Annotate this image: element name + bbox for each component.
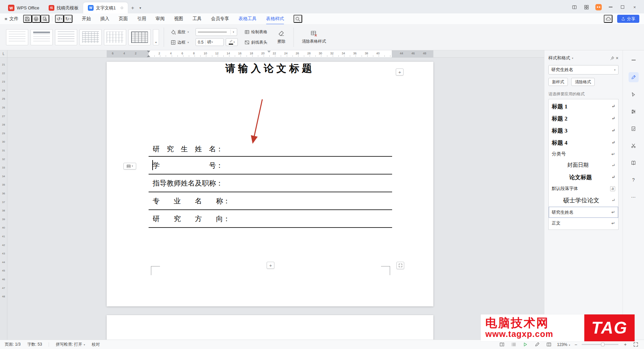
close-panel-icon[interactable]: × xyxy=(616,55,619,61)
tab-stop-selector[interactable]: L xyxy=(0,50,7,58)
cloud-sync-icon[interactable] xyxy=(604,15,612,23)
zoom-in-button[interactable]: ＋ xyxy=(623,342,628,348)
select-arrow-icon[interactable] xyxy=(629,89,639,99)
menu-page[interactable]: 页面 xyxy=(115,14,132,23)
wps-home-tab[interactable]: W WPS Office xyxy=(3,2,44,13)
clear-format-button[interactable]: 清除格式 xyxy=(571,78,595,86)
table-column-marker[interactable] xyxy=(267,51,271,54)
chevron-down-icon[interactable]: ▾ xyxy=(572,57,573,60)
table-row-handle[interactable]: ▾ xyxy=(123,163,136,169)
style-item-cover-date[interactable]: 封面日期↵ xyxy=(549,159,618,171)
draw-table-button[interactable]: 绘制表格 xyxy=(243,28,269,36)
menu-table-tools[interactable]: 表格工具 xyxy=(234,14,261,23)
split-view-icon[interactable] xyxy=(568,2,580,12)
new-style-button[interactable]: 新样式 xyxy=(548,78,568,86)
style-item-heading2[interactable]: 标题 2↵ xyxy=(549,112,618,124)
proofread-button[interactable]: 校对 xyxy=(92,342,100,347)
style-item-heading3[interactable]: 标题 3↵ xyxy=(549,124,618,137)
border-button[interactable]: 边框▾ xyxy=(169,38,191,46)
settings-sliders-icon[interactable] xyxy=(629,106,639,116)
insert-widget-bottom-button[interactable]: ＋ xyxy=(267,262,274,269)
form-row-research-direction[interactable]: 研 究 方 向： xyxy=(149,210,392,228)
read-aloud-icon[interactable] xyxy=(522,341,529,348)
menu-insert[interactable]: 插入 xyxy=(96,14,113,23)
current-style-dropdown[interactable]: 研究生姓名 ▾ xyxy=(548,65,619,74)
document-page-2[interactable] xyxy=(107,315,433,340)
table-style-preset-6[interactable] xyxy=(128,29,151,45)
table-style-preset-1[interactable] xyxy=(6,29,28,45)
form-row-student-id[interactable]: 学 号： xyxy=(149,157,392,174)
scissors-icon[interactable] xyxy=(629,141,639,151)
close-button[interactable]: × xyxy=(629,2,641,12)
zoom-level-dropdown[interactable]: 123% ▾ xyxy=(557,342,570,347)
columns-view-icon[interactable] xyxy=(545,341,553,348)
document-page-1[interactable]: 请输入论文标题 ＋ ▾ 研 究 生 姓 名： xyxy=(107,62,433,306)
document-check-icon[interactable] xyxy=(629,123,639,134)
insert-widget-top-button[interactable]: ＋ xyxy=(396,68,404,76)
tab-template-doc[interactable]: 稿 找稿壳模板 xyxy=(44,2,83,13)
line-weight-dropdown[interactable]: 0.5 磅 ▾ xyxy=(196,38,224,46)
page-indicator[interactable]: 页面: 1/3 xyxy=(5,342,20,347)
h-ruler[interactable]: 6422468101214161820222426283032343638404… xyxy=(7,50,544,58)
gallery-more-button[interactable]: ▾ xyxy=(153,29,159,45)
outline-view-icon[interactable] xyxy=(510,341,518,348)
document-title[interactable]: 请输入论文标题 xyxy=(107,62,433,76)
search-icon[interactable] xyxy=(293,15,302,23)
format-brush-icon[interactable] xyxy=(629,72,639,82)
table-style-preset-4[interactable] xyxy=(79,29,102,45)
style-item-thesis-title[interactable]: 论文标题↵ xyxy=(549,171,618,183)
left-indent-marker[interactable] xyxy=(147,53,150,57)
zoom-out-button[interactable]: − xyxy=(575,342,577,347)
page-view-icon[interactable] xyxy=(498,341,506,348)
help-icon[interactable]: ? xyxy=(629,175,639,185)
table-style-preset-2[interactable] xyxy=(31,29,53,45)
fullscreen-icon[interactable] xyxy=(632,341,639,348)
tab-status-dot[interactable] xyxy=(121,7,123,9)
style-item-master-thesis[interactable]: 硕士学位论文↵ xyxy=(549,194,618,207)
menu-tools[interactable]: 工具 xyxy=(189,14,206,23)
redo-button[interactable]: ↻▾ xyxy=(64,15,72,23)
v-ruler[interactable]: 2122232425262728293031323334353637383940… xyxy=(0,58,7,340)
collapse-panel-icon[interactable] xyxy=(629,55,639,65)
print-preview-button[interactable] xyxy=(41,15,49,23)
style-item-classification[interactable]: 分类号↵ xyxy=(549,149,618,159)
menu-table-style[interactable]: 表格样式 xyxy=(262,14,288,23)
zoom-slider[interactable] xyxy=(582,344,619,345)
menu-member[interactable]: 会员专享 xyxy=(207,14,233,23)
menu-review[interactable]: 审阅 xyxy=(152,14,169,23)
diagonal-header-button[interactable]: 斜线表头 xyxy=(243,38,269,46)
edit-mode-icon[interactable] xyxy=(534,341,541,348)
file-menu-button[interactable]: ≡ 文件 xyxy=(5,16,18,22)
ai-assistant-icon[interactable] xyxy=(592,2,604,12)
clear-table-style-button[interactable]: 清除表格样式 xyxy=(299,27,329,48)
menu-view[interactable]: 视图 xyxy=(170,14,187,23)
style-item-heading4[interactable]: 标题 4↵ xyxy=(549,137,618,149)
spell-check-toggle[interactable]: 拼写检查: 打开 ▾ xyxy=(56,342,85,347)
print-button[interactable] xyxy=(32,15,41,23)
line-style-dropdown[interactable]: ▾ xyxy=(196,28,237,36)
eraser-button[interactable]: 擦除 xyxy=(274,27,289,48)
table-style-preset-3[interactable] xyxy=(55,29,77,45)
apps-grid-icon[interactable] xyxy=(580,2,592,12)
share-button[interactable]: 分享 xyxy=(617,15,639,23)
zoom-slider-thumb[interactable] xyxy=(601,343,604,346)
tab-list-chevron-icon[interactable]: ▾ xyxy=(137,3,143,12)
book-icon[interactable] xyxy=(629,158,639,168)
pin-icon[interactable] xyxy=(610,56,614,60)
menu-reference[interactable]: 引用 xyxy=(133,14,150,23)
expand-icon[interactable] xyxy=(396,262,404,269)
form-row-student-name[interactable]: 研 究 生 姓 名： xyxy=(149,142,392,157)
more-icon[interactable]: ⋯ xyxy=(629,192,639,202)
table-style-preset-5[interactable] xyxy=(104,29,126,45)
save-button[interactable] xyxy=(23,15,32,23)
shading-button[interactable]: 底纹▾ xyxy=(169,28,191,36)
form-row-advisor[interactable]: 指导教师姓名及职称： xyxy=(149,174,392,192)
minimize-button[interactable] xyxy=(604,2,616,12)
word-count[interactable]: 字数: 53 xyxy=(27,342,42,347)
style-item-graduate-name-selected[interactable]: 研究生姓名↵ xyxy=(549,207,618,218)
form-row-major[interactable]: 专 业 名 称： xyxy=(149,192,392,210)
maximize-button[interactable] xyxy=(616,2,629,12)
new-tab-button[interactable]: ＋ xyxy=(128,3,137,12)
style-item-heading1[interactable]: 标题 1↵ xyxy=(549,100,618,112)
undo-button[interactable]: ↺▾ xyxy=(55,15,64,23)
